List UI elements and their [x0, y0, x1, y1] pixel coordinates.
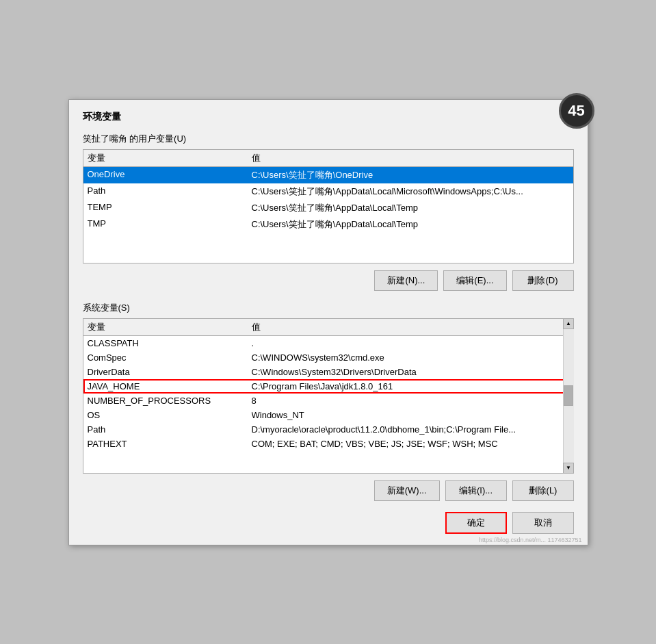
system-header-var: 变量	[88, 321, 252, 333]
user-delete-button[interactable]: 删除(D)	[512, 270, 574, 291]
table-row[interactable]: PathD:\myoracle\oracle\product\11.2.0\db…	[83, 422, 573, 437]
row-val-cell: C:\Users\笑扯了嘴角\AppData\Local\Temp	[252, 218, 569, 231]
row-val-cell: .	[252, 338, 558, 348]
table-row[interactable]: PathC:\Users\笑扯了嘴角\AppData\Local\Microso…	[83, 183, 573, 200]
environment-variables-dialog: 45 环境变量 笑扯了嘴角 的用户变量(U) 变量 值 OneDriveC:\U…	[68, 99, 588, 545]
bottom-buttons-row: 确定 取消	[83, 512, 574, 534]
scroll-down-arrow[interactable]: ▼	[563, 463, 574, 474]
row-val-cell: C:\Users\笑扯了嘴角\AppData\Local\Microsoft\W…	[252, 185, 569, 198]
table-row[interactable]: DriverDataC:\Windows\System32\Drivers\Dr…	[83, 365, 573, 379]
system-table-body: CLASSPATH.ComSpecC:\WINDOWS\system32\cmd…	[83, 336, 573, 473]
user-section-label: 笑扯了嘴角 的用户变量(U)	[83, 133, 574, 145]
row-val-cell: C:\WINDOWS\system32\cmd.exe	[252, 352, 558, 363]
row-var-cell: NUMBER_OF_PROCESSORS	[88, 396, 252, 406]
table-row[interactable]: OSWindows_NT	[83, 408, 573, 422]
watermark: https://blog.csdn.net/m... 1174632751	[479, 537, 582, 543]
system-table-wrapper: 变量 值 CLASSPATH.ComSpecC:\WINDOWS\system3…	[83, 318, 574, 474]
table-row[interactable]: ComSpecC:\WINDOWS\system32\cmd.exe	[83, 350, 573, 365]
system-new-button[interactable]: 新建(W)...	[374, 480, 440, 501]
user-variables-table: 变量 值 OneDriveC:\Users\笑扯了嘴角\OneDrivePath…	[83, 149, 574, 263]
scroll-up-arrow[interactable]: ▲	[563, 318, 574, 329]
table-row[interactable]: OneDriveC:\Users\笑扯了嘴角\OneDrive	[83, 167, 573, 183]
row-var-cell: TMP	[88, 218, 252, 231]
row-var-cell: JAVA_HOME	[88, 381, 252, 391]
system-scrollbar[interactable]: ▲ ▼	[563, 318, 574, 474]
row-var-cell: ComSpec	[88, 352, 252, 363]
table-row[interactable]: CLASSPATH.	[83, 336, 573, 350]
row-val-cell: C:\Windows\System32\Drivers\DriverData	[252, 367, 558, 377]
row-var-cell: DriverData	[88, 367, 252, 377]
row-var-cell: TEMP	[88, 202, 252, 214]
system-header-val: 值	[252, 321, 558, 333]
user-header-var: 变量	[88, 152, 252, 164]
row-var-cell: CLASSPATH	[88, 338, 252, 348]
row-val-cell: COM; EXE; BAT; CMD; VBS; VBE; JS; JSE; W…	[252, 439, 558, 449]
user-table-body: OneDriveC:\Users\笑扯了嘴角\OneDrivePathC:\Us…	[83, 167, 573, 263]
user-edit-button[interactable]: 编辑(E)...	[443, 270, 506, 291]
user-new-button[interactable]: 新建(N)...	[374, 270, 438, 291]
timer-badge: 45	[559, 93, 594, 129]
cancel-button[interactable]: 取消	[512, 512, 574, 534]
user-table-header: 变量 值	[83, 150, 573, 167]
user-header-val: 值	[252, 152, 569, 164]
user-buttons-row: 新建(N)... 编辑(E)... 删除(D)	[83, 270, 574, 291]
table-row[interactable]: JAVA_HOMEC:\Program Files\Java\jdk1.8.0_…	[83, 379, 573, 394]
row-var-cell: OS	[88, 410, 252, 420]
system-buttons-row: 新建(W)... 编辑(I)... 删除(L)	[83, 480, 574, 501]
row-val-cell: C:\Users\笑扯了嘴角\OneDrive	[252, 169, 569, 181]
system-delete-button[interactable]: 删除(L)	[512, 480, 574, 501]
system-table-header: 变量 值	[83, 319, 573, 336]
row-val-cell: Windows_NT	[252, 410, 558, 420]
row-var-cell: PATHEXT	[88, 439, 252, 449]
row-val-cell: 8	[252, 396, 558, 406]
row-var-cell: Path	[88, 424, 252, 435]
scroll-thumb[interactable]	[564, 385, 573, 406]
row-var-cell: Path	[88, 185, 252, 198]
row-var-cell: OneDrive	[88, 169, 252, 181]
table-row[interactable]: TEMPC:\Users\笑扯了嘴角\AppData\Local\Temp	[83, 200, 573, 216]
dialog-title: 环境变量	[83, 111, 574, 123]
system-edit-button[interactable]: 编辑(I)...	[445, 480, 507, 501]
system-variables-table: 变量 值 CLASSPATH.ComSpecC:\WINDOWS\system3…	[83, 318, 574, 474]
table-row[interactable]: NUMBER_OF_PROCESSORS8	[83, 394, 573, 408]
row-val-cell: D:\myoracle\oracle\product\11.2.0\dbhome…	[252, 424, 558, 435]
table-row[interactable]: PATHEXTCOM; EXE; BAT; CMD; VBS; VBE; JS;…	[83, 437, 573, 451]
confirm-button[interactable]: 确定	[445, 512, 507, 534]
table-row[interactable]: TMPC:\Users\笑扯了嘴角\AppData\Local\Temp	[83, 216, 573, 233]
system-section-label: 系统变量(S)	[83, 302, 574, 314]
row-val-cell: C:\Program Files\Java\jdk1.8.0_161	[252, 381, 558, 391]
row-val-cell: C:\Users\笑扯了嘴角\AppData\Local\Temp	[252, 202, 569, 214]
